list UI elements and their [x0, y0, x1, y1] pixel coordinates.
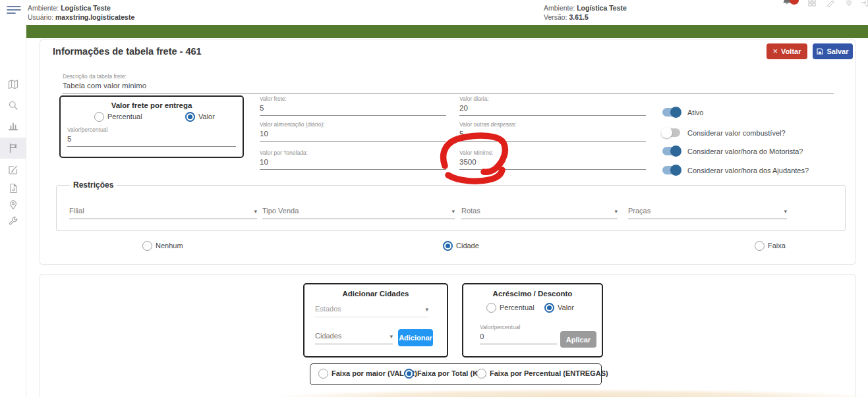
valor-outras-despesas-field: Valor outras despesas: 5: [459, 121, 646, 142]
file-refresh-icon[interactable]: [8, 183, 18, 194]
estados-dropdown-label: Estados: [315, 305, 341, 313]
hora-motorista-toggle[interactable]: [662, 147, 680, 155]
apps-grid-icon[interactable]: [808, 0, 816, 9]
radio-cidade-label[interactable]: Cidade: [456, 242, 479, 250]
radio-faixa-maior-valor[interactable]: [318, 369, 328, 379]
valor-percentual-acrescimo-input[interactable]: 0: [480, 331, 557, 344]
salvar-button[interactable]: Salvar: [813, 43, 853, 59]
valor-alimentacao-input[interactable]: 10: [260, 128, 446, 142]
combustivel-toggle[interactable]: [662, 128, 680, 137]
header-environment-block: Ambiente: Logística Teste Usuário: maxst…: [28, 3, 134, 22]
pracas-dropdown[interactable]: Praças ▾: [628, 207, 787, 219]
valor-tonelada-label: Valor por Tonelada:: [260, 149, 446, 157]
radio-faixa[interactable]: [755, 241, 765, 251]
descricao-field: Descrição da tabela frete: Tabela com va…: [63, 73, 834, 93]
aplicar-button[interactable]: Aplicar: [560, 331, 596, 348]
valor-diaria-label: Valor diaria:: [459, 95, 646, 103]
bar-chart-icon[interactable]: [8, 120, 18, 131]
sidebar-nav: [0, 25, 26, 397]
chevron-down-icon: ▾: [451, 209, 455, 215]
usuario-value: maxstring.logisticateste: [55, 13, 134, 21]
valor-tonelada-field: Valor por Tonelada: 10: [260, 149, 446, 170]
valor-percentual-entrega-input[interactable]: 5: [67, 134, 236, 147]
chevron-down-icon: ▾: [390, 334, 393, 340]
valor-minimo-input[interactable]: 3500: [459, 157, 646, 170]
voltar-button-label: Voltar: [781, 47, 801, 55]
combustivel-toggle-label: Considerar valor combustível?: [687, 129, 786, 137]
valor-alimentacao-label: Valor alimentação (diário):: [260, 121, 446, 128]
radio-faixa-percentual-entregas-label[interactable]: Faixa por Percentual (ENTREGAS): [490, 369, 608, 377]
valor-frete-field: Valor frete: 5: [260, 95, 446, 116]
chevron-down-icon: ▾: [254, 209, 257, 215]
valor-diaria-field: Valor diaria: 20: [459, 95, 646, 116]
valor-outras-despesas-input[interactable]: 5: [459, 128, 646, 142]
gear-icon[interactable]: [845, 0, 853, 9]
page-title: Informações de tabela frete - 461: [53, 46, 202, 57]
radio-percentual-acrescimo-label[interactable]: Percentual: [500, 304, 535, 311]
green-app-bar: [26, 25, 868, 38]
valor-percentual-acrescimo-field: Valor/percentual 0: [480, 324, 557, 344]
adicionar-cidades-box: Adicionar Cidades: [303, 283, 448, 357]
valor-outras-despesas-label: Valor outras despesas:: [459, 121, 646, 128]
logout-icon[interactable]: [861, 0, 868, 9]
pracas-dropdown-label: Praças: [628, 207, 651, 215]
adicionar-button[interactable]: Adicionar: [398, 329, 433, 346]
radio-cidade[interactable]: [443, 241, 453, 251]
valor-minimo-field: Valor Minimo: 3500: [459, 149, 646, 170]
radio-valor-acrescimo[interactable]: [544, 303, 554, 313]
radio-faixa-total-kg[interactable]: [404, 369, 414, 379]
filial-dropdown[interactable]: Filial ▾: [69, 207, 257, 219]
chevron-down-icon: ▾: [614, 209, 618, 215]
filial-dropdown-label: Filial: [69, 207, 84, 215]
rotas-dropdown[interactable]: Rotas ▾: [461, 207, 618, 219]
valor-percentual-entrega-label: Valor/percentual: [67, 126, 236, 134]
usuario-label: Usuário:: [28, 13, 53, 21]
radio-faixa-percentual-entregas[interactable]: [477, 369, 486, 379]
ambiente-label: Ambiente:: [28, 4, 59, 12]
estados-dropdown[interactable]: Estados ▾: [315, 305, 428, 317]
toggle-knob: [670, 107, 681, 118]
rotas-dropdown-label: Rotas: [461, 207, 480, 215]
flag-icon[interactable]: [8, 143, 18, 153]
cidades-dropdown[interactable]: Cidades ▾: [315, 332, 393, 344]
ambiente2-value: Logística Teste: [577, 4, 627, 12]
ambiente2-label: Ambiente:: [544, 4, 575, 12]
radio-faixa-label[interactable]: Faixa: [768, 242, 786, 250]
valor-frete-entrega-title: Valor frete por entrega: [61, 101, 243, 109]
ativo-toggle[interactable]: [662, 108, 680, 117]
edit-icon[interactable]: [8, 165, 18, 175]
chevron-down-icon: ▾: [425, 307, 428, 313]
radio-valor-acrescimo-label[interactable]: Valor: [558, 304, 574, 311]
chevron-down-icon: ▾: [784, 209, 787, 215]
adicionar-cidades-title: Adicionar Cidades: [304, 290, 447, 298]
toggle-knob: [661, 127, 672, 138]
radio-faixa-total-kg-label[interactable]: Faixa por Total (KG): [417, 369, 486, 377]
radio-valor-entrega[interactable]: [185, 112, 195, 122]
descricao-input[interactable]: Tabela com valor minimo: [63, 80, 834, 93]
search-icon[interactable]: [8, 100, 18, 111]
salvar-button-label: Salvar: [826, 47, 848, 55]
radio-percentual-entrega[interactable]: [94, 112, 104, 122]
toggle-knob: [670, 146, 681, 157]
radio-percentual-entrega-label[interactable]: Percentual: [107, 113, 142, 120]
versao-label: Versão:: [544, 13, 567, 21]
valor-percentual-entrega-field: Valor/percentual 5: [67, 126, 236, 147]
valor-tonelada-input[interactable]: 10: [260, 157, 446, 170]
valor-alimentacao-field: Valor alimentação (diário): 10: [260, 121, 446, 142]
radio-valor-entrega-label[interactable]: Valor: [198, 113, 215, 120]
close-icon: ×: [773, 48, 778, 55]
voltar-button[interactable]: × Voltar: [767, 43, 807, 59]
valor-diaria-input[interactable]: 20: [459, 103, 646, 116]
valor-frete-input[interactable]: 5: [260, 103, 446, 116]
radio-nenhum[interactable]: [142, 241, 152, 251]
wrench-icon[interactable]: [8, 216, 18, 226]
radio-percentual-acrescimo[interactable]: [486, 303, 496, 313]
map-icon[interactable]: [8, 79, 18, 90]
radio-nenhum-label[interactable]: Nenhum: [156, 242, 183, 250]
location-pin-icon[interactable]: [8, 199, 18, 210]
hora-ajudantes-toggle[interactable]: [662, 166, 680, 174]
pencil-icon[interactable]: [826, 0, 834, 9]
header-version-block: Ambiente: Logística Teste Versão: 3.61.5: [544, 3, 627, 22]
tipo-venda-dropdown[interactable]: Tipo Venda ▾: [262, 207, 455, 219]
hamburger-menu-icon[interactable]: [7, 5, 21, 15]
